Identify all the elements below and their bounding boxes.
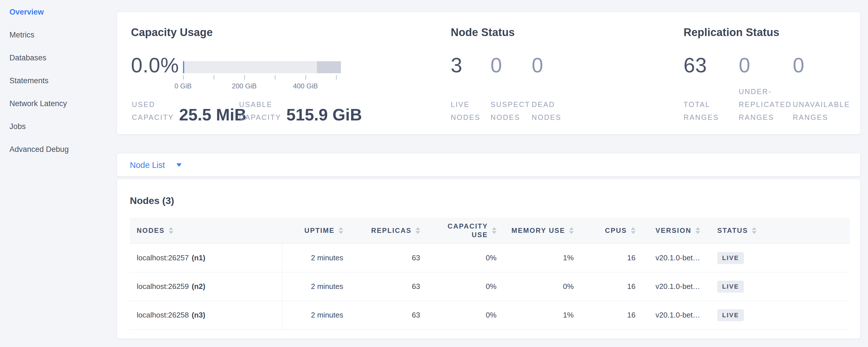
capacity-bar xyxy=(183,61,341,73)
nodes-table-card: Nodes (3) NODES UPTIME REPLICAS CAPACI xyxy=(117,179,861,339)
column-header-status[interactable]: STATUS xyxy=(706,218,850,244)
table-row-node-3[interactable]: localhost:26258 (n3) 2 minutes 63 0% 1% … xyxy=(130,301,850,329)
dead-nodes-label-line1: DEAD xyxy=(532,98,561,111)
nodes-table: NODES UPTIME REPLICAS CAPACITY USE xyxy=(130,218,850,329)
overview-page: Overview Metrics Databases Statements Ne… xyxy=(0,0,868,347)
node-name: (n2) xyxy=(192,282,205,291)
table-row-node-1[interactable]: localhost:26257 (n1) 2 minutes 63 0% 1% … xyxy=(130,244,850,272)
uptime-cell: 2 minutes xyxy=(282,272,350,301)
node-list-dropdown[interactable]: Node List xyxy=(130,153,182,177)
total-ranges-label-line2: RANGES xyxy=(684,111,739,124)
column-header-replicas[interactable]: REPLICAS xyxy=(350,218,427,244)
sort-icon xyxy=(631,227,636,234)
column-header-replicas-label: REPLICAS xyxy=(371,227,411,234)
status-badge: LIVE xyxy=(717,252,744,264)
status-badge: LIVE xyxy=(717,309,744,321)
node-address-cell: localhost:26259 (n2) xyxy=(130,272,282,301)
column-header-memory-use-label: MEMORY USE xyxy=(512,227,565,234)
live-nodes-count: 3 xyxy=(451,55,491,75)
used-capacity-stat: USED CAPACITY 25.5 MiB xyxy=(132,98,247,124)
under-replicated-label-line2: REPLICATED xyxy=(739,98,793,111)
table-header-row: NODES UPTIME REPLICAS CAPACITY USE xyxy=(130,218,850,244)
usable-capacity-label: USABLE CAPACITY xyxy=(239,98,281,124)
usable-capacity-label-line1: USABLE xyxy=(239,98,281,111)
usable-capacity-stat: USABLE CAPACITY 515.9 GiB xyxy=(239,98,362,124)
status-badge: LIVE xyxy=(717,281,744,293)
sidebar-item-network-latency[interactable]: Network Latency xyxy=(0,92,117,115)
node-name: (n1) xyxy=(192,253,205,262)
capacity-use-cell: 0% xyxy=(427,272,503,301)
sidebar-item-overview[interactable]: Overview xyxy=(0,1,117,24)
node-status-numbers: 3 0 0 xyxy=(451,55,544,75)
used-capacity-label-line1: USED xyxy=(132,98,174,111)
uptime-cell: 2 minutes xyxy=(282,244,350,272)
cpus-cell: 16 xyxy=(581,301,642,329)
column-header-cpus[interactable]: CPUS xyxy=(581,218,642,244)
used-capacity-label: USED CAPACITY xyxy=(132,98,174,124)
version-cell: v20.1.0-bet… xyxy=(642,272,706,301)
sidebar-item-jobs[interactable]: Jobs xyxy=(0,115,117,138)
sidebar-item-databases[interactable]: Databases xyxy=(0,46,117,69)
under-replicated-label-line3: RANGES xyxy=(739,111,793,124)
column-header-capacity-use-label: CAPACITY USE xyxy=(447,222,488,239)
column-header-version[interactable]: VERSION xyxy=(642,218,706,244)
replicas-cell: 63 xyxy=(350,272,427,301)
chevron-down-icon xyxy=(177,163,182,167)
capacity-bar-used-segment xyxy=(183,61,184,73)
sort-icon xyxy=(492,227,496,234)
capacity-bar-chart: 0 GiB 200 GiB 400 GiB xyxy=(183,61,341,91)
axis-label-400gib: 400 GiB xyxy=(293,82,318,90)
used-capacity-value: 25.5 MiB xyxy=(179,106,246,123)
under-replicated-ranges-label: UNDER- REPLICATED RANGES xyxy=(739,85,793,124)
version-cell: v20.1.0-bet… xyxy=(642,301,706,329)
status-cell: LIVE xyxy=(706,244,850,272)
sidebar-item-metrics[interactable]: Metrics xyxy=(0,24,117,46)
live-nodes-label-line1: LIVE xyxy=(451,98,491,111)
sort-icon xyxy=(569,227,574,234)
usable-capacity-value: 515.9 GiB xyxy=(286,106,362,123)
column-header-capacity-use[interactable]: CAPACITY USE xyxy=(427,218,503,244)
capacity-use-label-line1: CAPACITY xyxy=(447,222,488,230)
column-header-memory-use[interactable]: MEMORY USE xyxy=(503,218,581,244)
cluster-summary-card: Capacity Usage 0.0% 0 GiB 200 GiB 400 Gi… xyxy=(117,12,861,134)
column-header-nodes-label: NODES xyxy=(137,227,165,234)
suspect-nodes-label-line2: NODES xyxy=(491,111,532,124)
capacity-axis-ticks xyxy=(183,75,341,80)
unavailable-ranges-label: UNAVAILABLE RANGES xyxy=(793,98,850,124)
capacity-axis-labels: 0 GiB 200 GiB 400 GiB xyxy=(183,82,341,91)
uptime-cell: 2 minutes xyxy=(282,301,350,329)
capacity-bar-reserved-segment xyxy=(317,61,341,73)
suspect-nodes-label: SUSPECT NODES xyxy=(491,98,532,124)
replicas-cell: 63 xyxy=(350,244,427,272)
live-nodes-label: LIVE NODES xyxy=(451,98,491,124)
capacity-use-cell: 0% xyxy=(427,301,503,329)
suspect-nodes-label-line1: SUSPECT xyxy=(491,98,532,111)
column-header-cpus-label: CPUS xyxy=(605,227,627,234)
cpus-cell: 16 xyxy=(581,272,642,301)
used-capacity-label-line2: CAPACITY xyxy=(132,111,174,124)
total-ranges-count: 63 xyxy=(684,55,739,75)
memory-use-cell: 1% xyxy=(503,301,581,329)
sidebar-item-statements[interactable]: Statements xyxy=(0,69,117,92)
sort-icon xyxy=(695,227,700,234)
under-replicated-ranges-count: 0 xyxy=(739,55,793,75)
node-address: localhost:26257 xyxy=(137,253,189,262)
under-replicated-label-line1: UNDER- xyxy=(739,85,793,98)
sort-icon xyxy=(752,227,756,234)
total-ranges-label-line1: TOTAL xyxy=(684,98,739,111)
column-header-uptime[interactable]: UPTIME xyxy=(282,218,350,244)
node-address-cell: localhost:26257 (n1) xyxy=(130,244,282,272)
column-header-uptime-label: UPTIME xyxy=(304,227,335,234)
table-row-node-2[interactable]: localhost:26259 (n2) 2 minutes 63 0% 0% … xyxy=(130,272,850,301)
node-address-cell: localhost:26258 (n3) xyxy=(130,301,282,329)
unavailable-ranges-label-line2: RANGES xyxy=(793,111,850,124)
capacity-usage-title: Capacity Usage xyxy=(131,26,213,39)
column-header-nodes[interactable]: NODES xyxy=(130,218,282,244)
axis-label-0gib: 0 GiB xyxy=(175,82,192,90)
replication-status-numbers: 63 0 0 xyxy=(684,55,805,75)
node-status-title: Node Status xyxy=(451,26,515,39)
column-header-status-label: STATUS xyxy=(717,227,748,234)
unavailable-ranges-count: 0 xyxy=(793,55,805,75)
view-selector-card: Node List xyxy=(117,153,861,177)
sidebar-item-advanced-debug[interactable]: Advanced Debug xyxy=(0,138,117,161)
